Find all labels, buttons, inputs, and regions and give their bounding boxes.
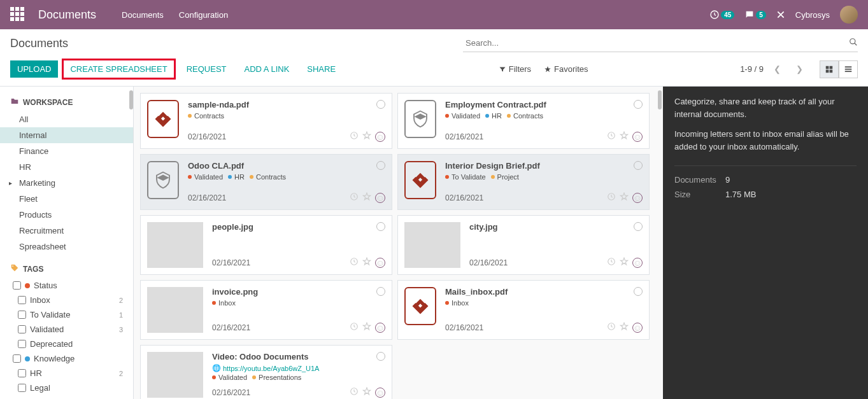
svg-rect-8 <box>845 71 852 72</box>
workspace-item-internal[interactable]: Internal <box>0 127 133 143</box>
tag-item-validated[interactable]: Validated3 <box>0 322 133 337</box>
select-circle[interactable] <box>376 287 385 296</box>
tag-checkbox[interactable] <box>18 325 26 333</box>
tag-group-knowledge[interactable]: Knowledge <box>0 351 133 366</box>
tag-group-checkbox[interactable] <box>13 281 21 290</box>
search-input[interactable] <box>463 37 849 49</box>
owner-avatar-icon[interactable]: ☺ <box>375 258 385 268</box>
favorite-icon[interactable] <box>620 257 629 268</box>
pager-next[interactable]: ❯ <box>791 62 808 76</box>
messages-icon[interactable]: 5 <box>744 10 766 20</box>
document-card[interactable]: people.jpg02/16/2021☺ <box>140 215 392 275</box>
activity-icon[interactable]: 45 <box>709 10 734 20</box>
document-card[interactable]: Interior Design Brief.pdfTo ValidateProj… <box>397 154 650 210</box>
activity-icon[interactable] <box>607 192 616 203</box>
tag-item-deprecated[interactable]: Deprecated <box>0 337 133 351</box>
folder-icon <box>10 97 19 108</box>
select-circle[interactable] <box>634 100 643 109</box>
document-card[interactable]: Video: Odoo Documents🌐https://youtu.be/A… <box>140 345 392 399</box>
document-card[interactable]: Employment Contract.pdfValidatedHRContra… <box>397 93 650 149</box>
tag-checkbox[interactable] <box>18 384 26 392</box>
document-card[interactable]: invoice.pngInbox02/16/2021☺ <box>140 280 392 340</box>
activity-icon[interactable] <box>350 257 359 268</box>
select-circle[interactable] <box>376 222 385 231</box>
owner-avatar-icon[interactable]: ☺ <box>375 193 385 203</box>
tag-checkbox[interactable] <box>18 296 26 304</box>
svg-rect-6 <box>845 66 852 67</box>
workspace-item-marketing[interactable]: ▸Marketing <box>0 175 133 191</box>
stat-size-value: 1.75 MB <box>725 190 756 199</box>
activity-icon[interactable] <box>607 257 616 268</box>
owner-avatar-icon[interactable]: ☺ <box>632 193 643 203</box>
share-button[interactable]: SHARE <box>300 60 343 78</box>
workspace-item-products[interactable]: Products <box>0 207 133 223</box>
favorite-icon[interactable] <box>362 257 371 268</box>
debug-icon[interactable] <box>776 10 785 19</box>
tag-checkbox[interactable] <box>18 340 26 348</box>
owner-avatar-icon[interactable]: ☺ <box>375 323 385 333</box>
workspace-item-recruitment[interactable]: Recruitment <box>0 223 133 239</box>
search-icon[interactable] <box>849 38 858 48</box>
document-url[interactable]: 🌐https://youtu.be/Ayab6wZ_U1A <box>212 364 385 372</box>
tag-item-legal[interactable]: Legal <box>0 381 133 395</box>
tag-group-status[interactable]: Status <box>0 278 133 293</box>
favorite-icon[interactable] <box>362 192 371 203</box>
nav-configuration[interactable]: Configuration <box>179 10 228 20</box>
owner-avatar-icon[interactable]: ☺ <box>375 132 385 142</box>
tag-group-checkbox[interactable] <box>13 354 21 363</box>
document-card[interactable]: city.jpg02/16/2021☺ <box>397 215 650 275</box>
document-card[interactable]: Mails_inbox.pdfInbox02/16/2021☺ <box>397 280 650 340</box>
workspace-item-all[interactable]: All <box>0 111 133 127</box>
document-card[interactable]: Odoo CLA.pdfValidatedHRContracts02/16/20… <box>140 154 392 210</box>
favorites-dropdown[interactable]: Favorites <box>544 64 588 74</box>
owner-avatar-icon[interactable]: ☺ <box>632 323 643 333</box>
select-circle[interactable] <box>376 352 385 361</box>
sidebar-scrollbar[interactable] <box>129 90 133 109</box>
filters-dropdown[interactable]: Filters <box>499 64 531 74</box>
activity-icon[interactable] <box>350 387 359 398</box>
create-spreadsheet-button[interactable]: CREATE SPREADSHEET <box>62 59 175 80</box>
select-circle[interactable] <box>376 100 385 109</box>
content-scrollbar[interactable] <box>658 90 662 109</box>
tag-checkbox[interactable] <box>18 311 26 319</box>
user-avatar[interactable] <box>840 6 858 24</box>
search-bar[interactable] <box>463 34 858 52</box>
favorite-icon[interactable] <box>620 131 629 142</box>
owner-avatar-icon[interactable]: ☺ <box>375 388 385 398</box>
workspace-item-spreadsheet[interactable]: Spreadsheet <box>0 239 133 255</box>
tag-checkbox[interactable] <box>18 369 26 377</box>
activity-icon[interactable] <box>607 322 616 333</box>
workspace-item-fleet[interactable]: Fleet <box>0 191 133 207</box>
activity-icon[interactable] <box>350 131 359 142</box>
apps-menu-icon[interactable] <box>10 7 25 22</box>
favorite-icon[interactable] <box>620 192 629 203</box>
upload-button[interactable]: UPLOAD <box>10 60 58 78</box>
pager-prev[interactable]: ❮ <box>769 62 786 76</box>
request-button[interactable]: REQUEST <box>180 60 234 78</box>
workspace-item-hr[interactable]: HR <box>0 159 133 175</box>
tag-item-to-validate[interactable]: To Validate1 <box>0 307 133 322</box>
activity-icon[interactable] <box>607 131 616 142</box>
document-card[interactable]: sample-nda.pdfContracts02/16/2021☺ <box>140 93 392 149</box>
select-circle[interactable] <box>634 287 643 296</box>
username[interactable]: Cybrosys <box>795 10 830 20</box>
favorite-icon[interactable] <box>362 322 371 333</box>
favorite-icon[interactable] <box>362 387 371 398</box>
select-circle[interactable] <box>634 161 643 170</box>
favorite-icon[interactable] <box>362 131 371 142</box>
owner-avatar-icon[interactable]: ☺ <box>632 258 643 268</box>
tag-item-hr[interactable]: HR2 <box>0 366 133 381</box>
activity-icon[interactable] <box>350 322 359 333</box>
favorite-icon[interactable] <box>620 322 629 333</box>
tag-count: 2 <box>119 370 123 377</box>
select-circle[interactable] <box>376 161 385 170</box>
list-view-button[interactable] <box>839 60 858 78</box>
activity-icon[interactable] <box>350 192 359 203</box>
add-link-button[interactable]: ADD A LINK <box>238 60 297 78</box>
kanban-view-button[interactable] <box>820 60 839 78</box>
select-circle[interactable] <box>634 222 643 231</box>
workspace-item-finance[interactable]: Finance <box>0 143 133 159</box>
nav-documents[interactable]: Documents <box>122 10 164 20</box>
tag-item-inbox[interactable]: Inbox2 <box>0 293 133 307</box>
owner-avatar-icon[interactable]: ☺ <box>632 132 643 142</box>
